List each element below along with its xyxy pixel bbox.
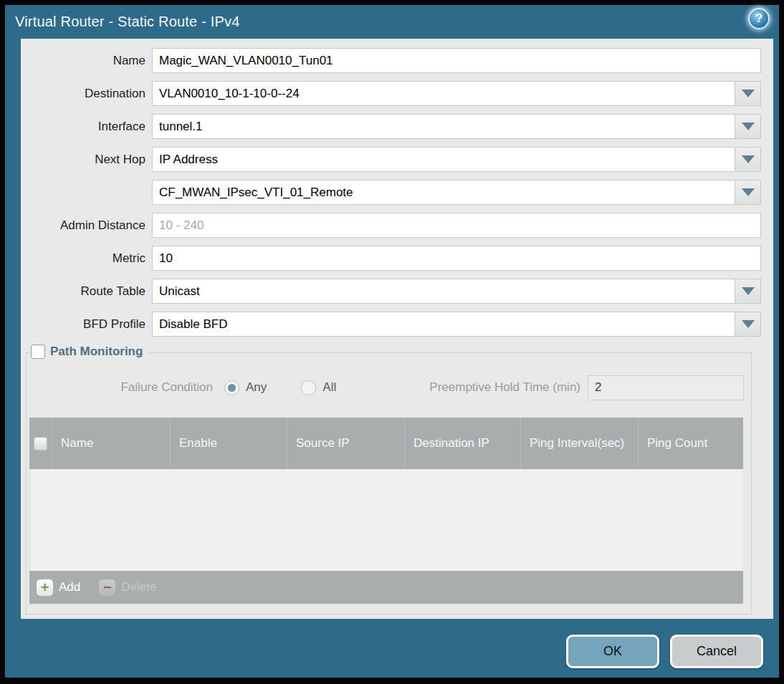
select-all-checkbox[interactable] (34, 437, 47, 451)
table-header-row: Name Enable Source IP Destination IP Pin… (29, 418, 743, 469)
column-header-ping-interval[interactable]: Ping Interval(sec) (521, 418, 639, 469)
failure-condition-all-radio[interactable] (301, 380, 316, 395)
table-body-empty (29, 469, 743, 571)
destination-dropdown-button[interactable] (735, 81, 761, 106)
form-row-route-table: Route Table (21, 279, 761, 304)
chevron-down-icon (742, 90, 755, 97)
form-row-destination: Destination (21, 81, 761, 106)
path-monitoring-title: Path Monitoring (50, 345, 143, 359)
column-header-destination-ip[interactable]: Destination IP (405, 418, 521, 469)
ok-button[interactable]: OK (566, 635, 659, 668)
chevron-down-icon (742, 287, 755, 295)
next-hop-dropdown-button[interactable] (735, 147, 761, 172)
next-hop-address-dropdown-button[interactable] (735, 180, 761, 205)
route-table-label: Route Table (21, 284, 152, 299)
chevron-down-icon (742, 320, 755, 328)
failure-condition-all-label: All (322, 380, 336, 395)
form-row-metric: Metric (21, 246, 761, 271)
interface-dropdown-button[interactable] (735, 114, 761, 139)
path-monitoring-section: Path Monitoring Failure Condition Any Al… (26, 352, 752, 615)
route-table-input[interactable] (152, 279, 735, 304)
next-hop-type-input[interactable] (152, 147, 735, 172)
column-header-enable[interactable]: Enable (171, 418, 287, 469)
bfd-profile-input[interactable] (152, 312, 735, 337)
bfd-profile-dropdown-button[interactable] (735, 312, 761, 337)
table-header-checkbox-cell (29, 418, 52, 469)
chevron-down-icon (742, 122, 755, 130)
next-hop-address-input[interactable] (152, 180, 735, 205)
failure-condition-any-label: Any (246, 380, 267, 395)
add-button[interactable]: + Add (37, 579, 80, 596)
interface-label: Interface (21, 120, 152, 134)
form-row-interface: Interface (21, 114, 761, 139)
table-toolbar: + Add − Delete (29, 571, 743, 604)
route-table-dropdown-button[interactable] (735, 279, 761, 304)
next-hop-label: Next Hop (21, 153, 152, 167)
path-monitoring-options-row: Failure Condition Any All Preemptive Hol… (27, 375, 751, 400)
metric-input[interactable] (152, 246, 761, 271)
dialog-window: Virtual Router - Static Route - IPv4 ? N… (5, 5, 779, 678)
form-row-next-hop: Next Hop (21, 147, 761, 172)
column-header-source-ip[interactable]: Source IP (287, 418, 405, 469)
destination-label: Destination (21, 87, 152, 101)
dialog-title: Virtual Router - Static Route - IPv4 (5, 14, 240, 30)
form-row-next-hop-address (21, 180, 761, 205)
admin-distance-input[interactable] (152, 213, 761, 238)
radio-selected-dot (228, 384, 236, 392)
plus-icon: + (37, 579, 53, 596)
form-row-bfd-profile: BFD Profile (21, 312, 761, 337)
delete-button[interactable]: − Delete (99, 579, 156, 596)
bfd-profile-label: BFD Profile (21, 317, 152, 332)
interface-input[interactable] (152, 114, 735, 139)
help-icon[interactable]: ? (748, 8, 770, 29)
form-row-name: Name (21, 48, 761, 73)
column-header-name[interactable]: Name (52, 418, 171, 469)
form-row-admin-distance: Admin Distance (21, 213, 761, 238)
failure-condition-label: Failure Condition (27, 380, 220, 395)
dialog-content: Name Destination Interface Next Hop (21, 39, 773, 619)
delete-button-label: Delete (121, 580, 156, 594)
chevron-down-icon (742, 188, 755, 196)
path-monitoring-legend: Path Monitoring (29, 345, 148, 359)
column-header-ping-count[interactable]: Ping Count (639, 418, 743, 469)
add-button-label: Add (59, 580, 80, 594)
cancel-button[interactable]: Cancel (670, 635, 763, 668)
preemptive-hold-time-label: Preemptive Hold Time (min) (429, 380, 588, 395)
path-monitoring-checkbox[interactable] (31, 345, 45, 359)
chevron-down-icon (742, 155, 755, 163)
titlebar: Virtual Router - Static Route - IPv4 ? (5, 5, 779, 39)
preemptive-hold-time-input[interactable] (588, 375, 744, 400)
name-input[interactable] (152, 48, 761, 73)
failure-condition-any-radio[interactable] (224, 380, 239, 395)
name-label: Name (21, 54, 152, 68)
dialog-footer: OK Cancel (566, 635, 763, 668)
minus-icon: − (99, 579, 115, 596)
admin-distance-label: Admin Distance (21, 218, 152, 233)
metric-label: Metric (21, 251, 152, 266)
destination-input[interactable] (152, 81, 735, 106)
path-monitoring-table: Name Enable Source IP Destination IP Pin… (29, 418, 743, 604)
